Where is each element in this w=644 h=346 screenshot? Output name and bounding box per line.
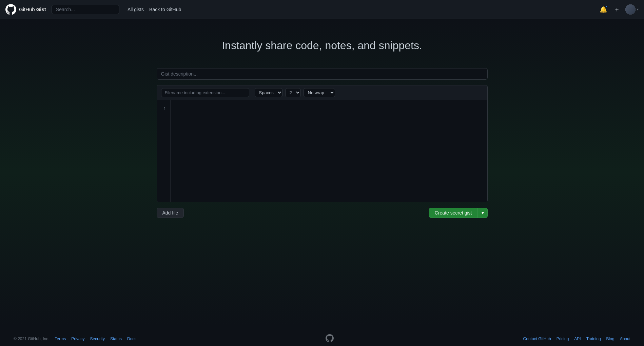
footer-center [326, 334, 334, 343]
editor-body: 1 [157, 100, 487, 202]
main-nav: All gists Back to GitHub [128, 7, 181, 12]
wrap-select[interactable]: No wrap Soft wrap [304, 88, 335, 97]
buttons-row: Add file Create secret gist ▾ [157, 208, 488, 218]
footer: © 2021 GitHub, Inc. Terms Privacy Securi… [0, 326, 644, 346]
footer-link-api[interactable]: API [574, 337, 581, 341]
footer-copyright: © 2021 GitHub, Inc. [14, 337, 50, 341]
header: GitHub Gist All gists Back to GitHub 🔔 ＋… [0, 0, 644, 19]
chevron-down-icon: ▾ [637, 7, 639, 11]
footer-link-status[interactable]: Status [110, 337, 122, 341]
add-file-button[interactable]: Add file [157, 208, 184, 218]
logo-gist-text: Gist [36, 6, 46, 12]
avatar-image [625, 4, 636, 15]
create-secret-gist-button[interactable]: Create secret gist [429, 208, 478, 218]
avatar [625, 4, 636, 15]
main-content: Instantly share code, notes, and snippet… [0, 19, 644, 326]
code-editor[interactable] [171, 100, 487, 202]
footer-link-about[interactable]: About [620, 337, 630, 341]
notification-dot [605, 5, 608, 8]
user-avatar-dropdown[interactable]: ▾ [625, 4, 639, 15]
footer-right: Contact GitHub Pricing API Training Blog… [523, 337, 630, 341]
hero-title: Instantly share code, notes, and snippet… [222, 39, 422, 52]
footer-link-training[interactable]: Training [586, 337, 601, 341]
footer-link-terms[interactable]: Terms [55, 337, 66, 341]
footer-link-contact-github[interactable]: Contact GitHub [523, 337, 551, 341]
nav-all-gists[interactable]: All gists [128, 7, 144, 12]
new-gist-button[interactable]: ＋ [612, 4, 621, 15]
indent-type-select[interactable]: Spaces Tabs [255, 88, 282, 97]
file-editor: Spaces Tabs 2 4 8 No wrap Soft wrap [157, 85, 488, 202]
footer-link-privacy[interactable]: Privacy [71, 337, 84, 341]
filename-input[interactable] [161, 88, 249, 97]
github-icon [326, 334, 334, 342]
notifications-button[interactable]: 🔔 [598, 4, 608, 15]
create-gist-dropdown-button[interactable]: ▾ [478, 208, 488, 218]
indent-size-select[interactable]: 2 4 8 [285, 88, 301, 97]
gist-form: Spaces Tabs 2 4 8 No wrap Soft wrap [157, 68, 488, 218]
footer-link-pricing[interactable]: Pricing [557, 337, 569, 341]
line-number-1: 1 [163, 106, 166, 111]
plus-icon: ＋ [614, 5, 620, 14]
footer-link-docs[interactable]: Docs [127, 337, 136, 341]
logo-github-text: GitHub [19, 6, 35, 12]
footer-github-logo[interactable] [326, 334, 334, 343]
description-input[interactable] [157, 68, 488, 80]
create-gist-group: Create secret gist ▾ [429, 208, 488, 218]
editor-controls: Spaces Tabs 2 4 8 No wrap Soft wrap [255, 88, 335, 97]
github-logo-icon [5, 4, 16, 15]
logo[interactable]: GitHub Gist [5, 4, 46, 15]
line-numbers: 1 [157, 100, 171, 202]
footer-link-blog[interactable]: Blog [606, 337, 614, 341]
footer-link-security[interactable]: Security [90, 337, 105, 341]
search-input[interactable] [52, 5, 119, 14]
file-editor-header: Spaces Tabs 2 4 8 No wrap Soft wrap [157, 85, 487, 100]
header-right: 🔔 ＋ ▾ [598, 4, 639, 15]
footer-left: © 2021 GitHub, Inc. Terms Privacy Securi… [14, 337, 136, 341]
nav-back-to-github[interactable]: Back to GitHub [149, 7, 181, 12]
